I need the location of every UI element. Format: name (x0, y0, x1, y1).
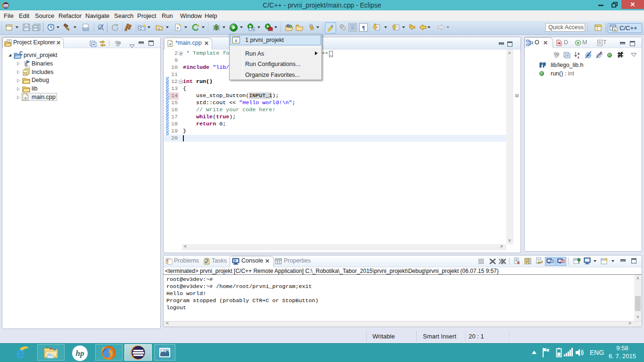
svg-text:C: C (19, 51, 23, 56)
svg-text:C: C (140, 26, 142, 31)
svg-text:010: 010 (83, 28, 88, 31)
svg-text:c: c (158, 27, 160, 30)
svg-text:c: c (614, 28, 616, 31)
svg-text:z: z (578, 55, 579, 59)
svg-text:c: c (235, 38, 237, 43)
svg-text:.c: .c (24, 96, 27, 100)
svg-text:¶: ¶ (362, 25, 365, 31)
svg-text:c: c (177, 26, 179, 30)
svg-text:h: h (24, 72, 26, 76)
svg-text:.c: .c (168, 42, 172, 46)
